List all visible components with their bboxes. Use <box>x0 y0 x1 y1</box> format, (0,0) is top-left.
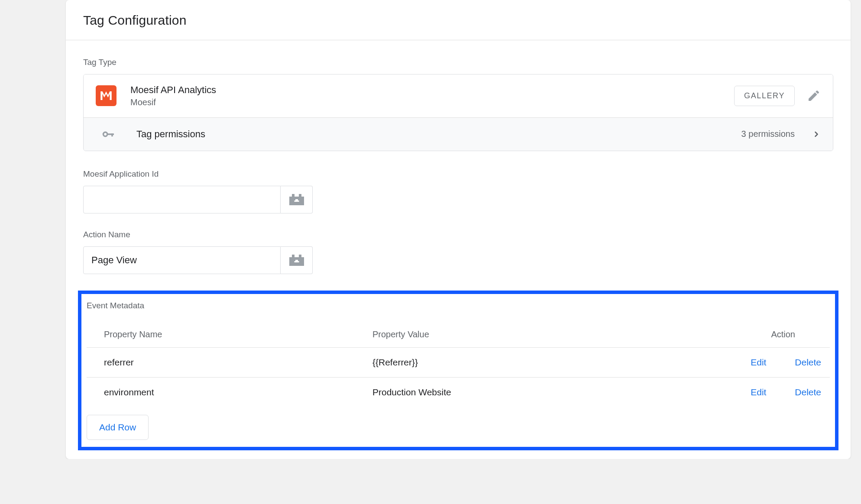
metadata-actions: Edit Delete <box>691 377 830 407</box>
col-header-name: Property Name <box>87 323 372 348</box>
app-id-label: Moesif Application Id <box>83 169 833 179</box>
action-name-label: Action Name <box>83 230 833 239</box>
app-id-input[interactable] <box>83 186 281 213</box>
app-id-input-group <box>83 186 313 213</box>
metadata-table: Property Name Property Value Action refe… <box>87 323 830 407</box>
metadata-actions: Edit Delete <box>691 347 830 377</box>
variable-brick-icon <box>289 255 304 266</box>
tag-type-vendor: Moesif <box>130 97 734 108</box>
metadata-row: environment Production Website Edit Dele… <box>87 377 830 407</box>
metadata-row: referrer {{Referrer}} Edit Delete <box>87 347 830 377</box>
svg-rect-7 <box>294 200 299 202</box>
svg-rect-3 <box>292 194 295 197</box>
edit-button[interactable]: Edit <box>751 387 766 397</box>
chevron-right-icon <box>812 130 821 139</box>
delete-button[interactable]: Delete <box>795 357 821 368</box>
delete-button[interactable]: Delete <box>795 387 821 397</box>
tag-configuration-card: Tag Configuration Tag Type Moesif API An… <box>66 0 851 459</box>
edit-button[interactable]: Edit <box>751 357 766 368</box>
metadata-value: {{Referrer}} <box>372 347 691 377</box>
tag-type-box: Moesif API Analytics Moesif GALLERY Tag … <box>83 74 833 151</box>
key-icon <box>102 128 114 140</box>
action-name-variable-button[interactable] <box>281 246 313 274</box>
card-title: Tag Configuration <box>83 13 833 28</box>
tag-type-info: Moesif API Analytics Moesif <box>130 84 734 108</box>
permissions-label: Tag permissions <box>136 129 741 140</box>
svg-rect-8 <box>292 255 295 257</box>
permissions-count: 3 permissions <box>741 129 795 139</box>
tag-type-row: Moesif API Analytics Moesif GALLERY <box>84 74 833 117</box>
metadata-name: referrer <box>87 347 372 377</box>
tag-permissions-row[interactable]: Tag permissions 3 permissions <box>84 117 833 151</box>
gallery-button[interactable]: GALLERY <box>734 86 795 106</box>
metadata-name: environment <box>87 377 372 407</box>
metadata-value: Production Website <box>372 377 691 407</box>
svg-rect-4 <box>299 194 301 197</box>
app-id-field: Moesif Application Id <box>83 169 833 213</box>
variable-brick-icon <box>289 194 304 205</box>
event-metadata-label: Event Metadata <box>87 301 830 310</box>
action-name-field: Action Name <box>83 230 833 274</box>
card-header: Tag Configuration <box>66 0 851 40</box>
add-row-button[interactable]: Add Row <box>87 415 149 440</box>
tag-type-name: Moesif API Analytics <box>130 84 734 97</box>
svg-rect-9 <box>299 255 301 257</box>
svg-rect-2 <box>111 133 113 136</box>
card-body: Tag Type Moesif API Analytics Moesif GAL… <box>66 40 851 459</box>
tag-type-label: Tag Type <box>83 58 833 67</box>
edit-icon[interactable] <box>807 89 821 103</box>
col-header-action: Action <box>691 323 830 348</box>
event-metadata-highlight: Event Metadata Property Name Property Va… <box>78 291 838 450</box>
svg-rect-12 <box>294 261 299 262</box>
col-header-value: Property Value <box>372 323 691 348</box>
action-name-input-group <box>83 246 313 274</box>
app-id-variable-button[interactable] <box>281 186 313 213</box>
moesif-logo-icon <box>96 85 117 106</box>
action-name-input[interactable] <box>83 246 281 274</box>
